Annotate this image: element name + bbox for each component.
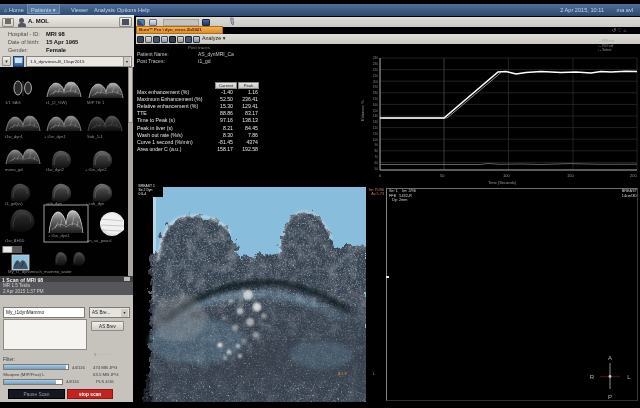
svg-text:120: 120 <box>373 126 379 130</box>
svg-text:230: 230 <box>373 62 379 66</box>
svg-text:A 1 E: A 1 E <box>338 372 348 376</box>
svg-text:220: 220 <box>373 68 379 72</box>
svg-text:0 6-4: 0 6-4 <box>139 192 147 196</box>
svg-text:210: 210 <box>373 74 379 78</box>
svg-text:80: 80 <box>374 149 378 153</box>
svg-text:100: 100 <box>373 138 379 142</box>
svg-text:70: 70 <box>374 155 378 159</box>
svg-text:L: L <box>627 374 631 380</box>
svg-text:0: 0 <box>379 173 382 178</box>
svg-text:140: 140 <box>373 114 379 118</box>
svg-text:50: 50 <box>374 167 378 171</box>
svg-text:200: 200 <box>630 173 637 178</box>
svg-text:— ROI ref: — ROI ref <box>598 44 613 48</box>
svg-text:R: R <box>590 374 595 380</box>
svg-text:180: 180 <box>373 91 379 95</box>
svg-text:130: 130 <box>373 120 379 124</box>
svg-text:150: 150 <box>373 109 379 113</box>
svg-text:200: 200 <box>373 80 379 84</box>
svg-text:Enhance %: Enhance % <box>360 100 365 121</box>
svg-text:100: 100 <box>503 173 510 178</box>
svg-text:170: 170 <box>373 97 379 101</box>
svg-text:50: 50 <box>440 173 445 178</box>
svg-text:— ROI cur: — ROI cur <box>598 39 615 43</box>
svg-text:160: 160 <box>373 103 379 107</box>
svg-text:P: P <box>608 394 612 400</box>
svg-text:90: 90 <box>374 143 378 147</box>
svg-text:110: 110 <box>373 132 378 136</box>
svg-text:190: 190 <box>373 85 379 89</box>
svg-text:A: A <box>608 355 612 361</box>
svg-text:150: 150 <box>567 173 574 178</box>
svg-text:- - Select: - - Select <box>598 48 612 52</box>
svg-text:240: 240 <box>373 56 379 60</box>
svg-text:Time (Seconds): Time (Seconds) <box>488 180 517 185</box>
svg-text:60: 60 <box>374 161 378 165</box>
